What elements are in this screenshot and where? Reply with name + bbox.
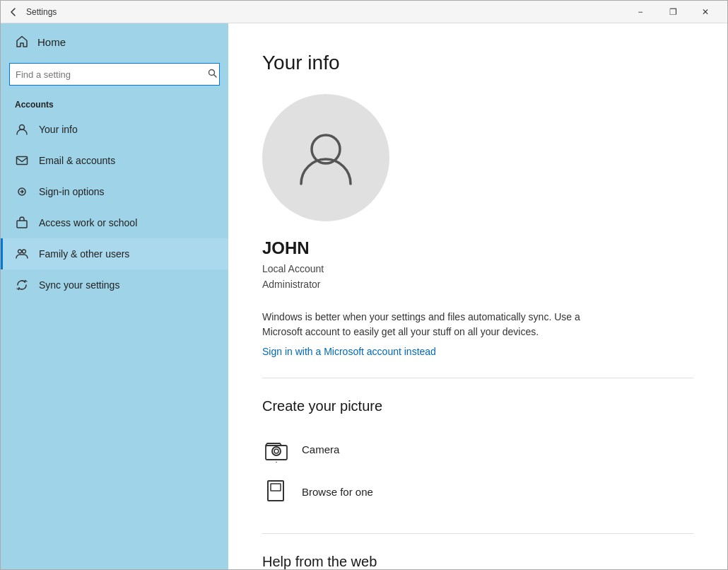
sidebar-item-home[interactable]: Home xyxy=(1,23,228,60)
search-button[interactable] xyxy=(208,69,217,80)
close-button[interactable]: ✕ xyxy=(689,1,722,23)
minimize-button[interactable]: − xyxy=(624,1,657,23)
sidebar-item-your-info[interactable]: Your info xyxy=(1,114,228,145)
svg-point-10 xyxy=(274,449,278,453)
avatar xyxy=(262,94,389,221)
sidebar-label-your-info: Your info xyxy=(39,124,78,135)
search-container xyxy=(9,63,220,86)
window-title: Settings xyxy=(26,7,624,17)
user-type-line1: Local Account xyxy=(262,261,693,277)
svg-point-11 xyxy=(276,462,277,463)
email-icon xyxy=(15,153,29,168)
sign-in-icon xyxy=(15,185,29,199)
svg-rect-13 xyxy=(271,484,281,491)
window-controls: − ❐ ✕ xyxy=(624,1,722,23)
sidebar-label-sync-settings: Sync your settings xyxy=(39,279,119,291)
main-content: Your info JOHN Local Account Administrat… xyxy=(228,23,727,569)
home-label: Home xyxy=(37,36,66,48)
settings-window: Settings − ❐ ✕ Home xyxy=(0,0,728,570)
svg-rect-4 xyxy=(17,221,27,228)
sidebar-item-family-users[interactable]: Family & other users xyxy=(1,238,228,269)
camera-icon xyxy=(262,436,290,464)
restore-button[interactable]: ❐ xyxy=(657,1,689,23)
back-button[interactable] xyxy=(6,5,20,19)
ms-account-link[interactable]: Sign in with a Microsoft account instead xyxy=(262,346,436,357)
access-work-icon xyxy=(15,216,29,230)
camera-label: Camera xyxy=(302,443,339,455)
titlebar: Settings − ❐ ✕ xyxy=(1,1,727,23)
sidebar-label-family-users: Family & other users xyxy=(39,248,129,260)
svg-rect-3 xyxy=(17,157,28,165)
sidebar-label-email-accounts: Email & accounts xyxy=(39,155,115,166)
create-picture-heading: Create your picture xyxy=(262,398,693,414)
sidebar-label-sign-in: Sign-in options xyxy=(39,186,105,197)
sync-message: Windows is better when your settings and… xyxy=(262,310,616,339)
svg-point-8 xyxy=(272,447,281,455)
sidebar-item-access-work[interactable]: Access work or school xyxy=(1,207,228,238)
family-icon xyxy=(15,247,29,261)
svg-point-6 xyxy=(23,250,26,253)
sidebar: Home Accounts xyxy=(1,23,228,569)
sidebar-item-email-accounts[interactable]: Email & accounts xyxy=(1,145,228,176)
user-name: JOHN xyxy=(262,238,693,258)
svg-line-1 xyxy=(214,75,217,78)
sidebar-item-sign-in[interactable]: Sign-in options xyxy=(1,176,228,207)
browse-label: Browse for one xyxy=(302,486,373,498)
avatar-container xyxy=(262,94,693,221)
browse-option[interactable]: Browse for one xyxy=(262,471,693,513)
svg-point-5 xyxy=(18,250,22,253)
camera-option[interactable]: Camera xyxy=(262,429,693,471)
help-heading: Help from the web xyxy=(262,554,693,569)
sync-section: Windows is better when your settings and… xyxy=(262,310,693,358)
home-icon xyxy=(15,35,29,49)
sync-icon xyxy=(15,278,29,292)
page-title: Your info xyxy=(262,52,693,74)
content-area: Home Accounts xyxy=(1,23,727,569)
divider xyxy=(262,378,693,378)
search-input[interactable] xyxy=(9,63,220,86)
sidebar-section-accounts: Accounts xyxy=(1,94,228,114)
avatar-icon xyxy=(294,126,358,190)
your-info-icon xyxy=(15,122,29,136)
user-info: JOHN Local Account Administrator xyxy=(262,238,693,293)
sidebar-label-access-work: Access work or school xyxy=(39,217,137,228)
sidebar-item-sync-settings[interactable]: Sync your settings xyxy=(1,269,228,301)
divider2 xyxy=(262,533,693,534)
browse-icon xyxy=(262,478,290,506)
user-type-line2: Administrator xyxy=(262,277,693,292)
